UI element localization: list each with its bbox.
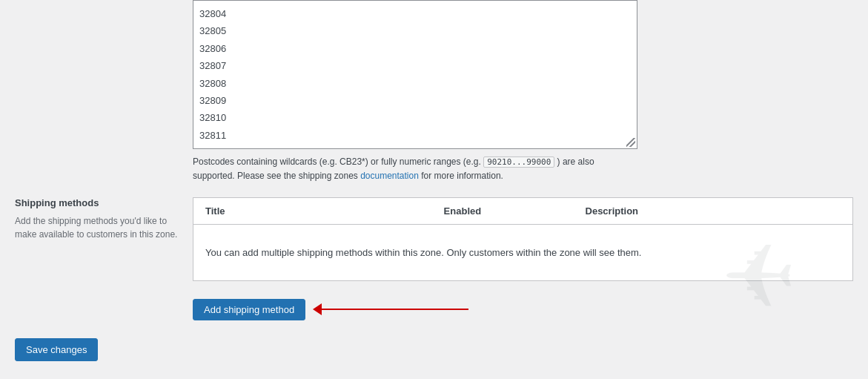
section-label: Shipping methods Add the shipping method… [15,197,178,281]
postcode-line-1: 32804 [199,5,631,22]
empty-message-cell: ✈ You can add multiple shipping methods … [193,224,853,280]
table-header-row: Title Enabled Description [193,197,853,224]
page-wrapper: 32804 32805 32806 32807 32808 32809 3281… [0,0,868,379]
hint-text: Postcodes containing wildcards (e.g. CB2… [193,155,637,182]
postcode-area: 32804 32805 32806 32807 32808 32809 3281… [193,0,853,182]
empty-message: You can add multiple shipping methods wi… [205,247,641,258]
shipping-methods-section: Shipping methods Add the shipping method… [0,190,868,289]
postcode-line-8: 32811 [199,127,631,144]
shipping-methods-description: Add the shipping methods you'd like to m… [15,214,178,241]
shipping-methods-label: Shipping methods [15,197,178,208]
shipping-methods-table: Title Enabled Description ✈ You can add … [193,197,853,281]
postcode-line-4: 32807 [199,57,631,74]
watermark-container: ✈ You can add multiple shipping methods … [205,247,841,258]
col-title: Title [193,197,352,224]
postcode-line-3: 32806 [199,40,631,57]
postcode-line-5: 32808 [199,75,631,92]
save-changes-button[interactable]: Save changes [15,338,98,361]
table-empty-row: ✈ You can add multiple shipping methods … [193,224,853,280]
hint-text-end: for more information. [419,171,503,181]
arrow-container [320,309,468,310]
left-col-empty [15,0,178,182]
top-section: 32804 32805 32806 32807 32808 32809 3281… [0,0,868,190]
arrow-line [320,309,468,310]
col-description: Description [574,197,853,224]
add-shipping-method-button[interactable]: Add shipping method [193,299,305,320]
table-body: ✈ You can add multiple shipping methods … [193,224,853,280]
hint-code: 90210...99000 [483,156,554,168]
postcode-line-6: 32809 [199,92,631,109]
col-enabled: Enabled [351,197,573,224]
save-row: Save changes [0,331,868,369]
postcode-line-2: 32805 [199,22,631,39]
hint-text-before: Postcodes containing wildcards (e.g. CB2… [193,156,483,167]
textarea-resize-handle[interactable] [626,138,635,147]
postcodes-content: 32804 32805 32806 32807 32808 32809 3281… [199,5,631,144]
postcode-line-7: 32810 [199,109,631,126]
postcodes-textarea[interactable]: 32804 32805 32806 32807 32808 32809 3281… [193,0,637,149]
methods-table-wrapper: Title Enabled Description ✈ You can add … [193,197,853,281]
textarea-wrapper: 32804 32805 32806 32807 32808 32809 3281… [193,0,853,149]
add-method-row: Add shipping method [178,289,868,331]
table-header: Title Enabled Description [193,197,853,224]
documentation-link[interactable]: documentation [360,171,419,181]
